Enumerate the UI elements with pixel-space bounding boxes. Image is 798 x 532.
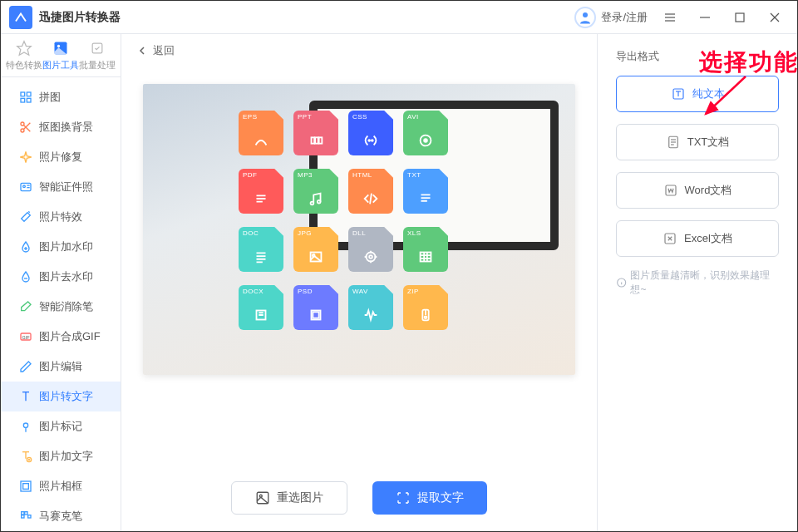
menu-item-gif[interactable]: GIF图片合成GIF xyxy=(1,322,121,352)
svg-rect-41 xyxy=(25,512,27,515)
file-icon-pdf: PDF xyxy=(239,169,283,214)
annotation-label: 选择功能 xyxy=(699,47,798,78)
menu-item-frame[interactable]: 照片相框 xyxy=(1,471,121,501)
extract-text-button[interactable]: 提取文字 xyxy=(372,481,487,515)
menu-item-water-add[interactable]: 图片加水印 xyxy=(1,232,121,262)
svg-point-51 xyxy=(311,202,314,205)
text-icon xyxy=(19,390,32,403)
export-option-2[interactable]: Word文档 xyxy=(616,172,779,209)
svg-rect-40 xyxy=(22,512,24,515)
file-icon-docx: DOCX xyxy=(239,285,283,330)
file-icon-html: HTML xyxy=(348,169,393,214)
menu-item-idcard[interactable]: 智能证件照 xyxy=(1,172,121,202)
menu-item-grid[interactable]: 拼图 xyxy=(1,82,121,112)
svg-rect-46 xyxy=(319,137,323,143)
image-icon xyxy=(255,490,270,505)
menu-item-water-remove[interactable]: 图片去水印 xyxy=(1,262,121,292)
svg-point-17 xyxy=(21,129,24,132)
svg-point-16 xyxy=(21,122,24,126)
sidebar: 特色转换 图片工具 批量处理 拼图抠图换背景照片修复智能证件照照片特效图片加水印… xyxy=(1,34,121,531)
file-icon-wav: WAV xyxy=(348,285,393,330)
doc-icon xyxy=(663,231,677,246)
svg-point-56 xyxy=(369,255,372,259)
menu-item-scissors[interactable]: 抠图换背景 xyxy=(1,112,121,142)
svg-rect-44 xyxy=(312,137,315,143)
scissors-icon xyxy=(19,121,32,134)
file-icon-doc: DOC xyxy=(239,227,283,272)
doc-icon xyxy=(671,86,686,101)
mode-tab-batch[interactable]: 批量处理 xyxy=(79,39,116,71)
svg-point-21 xyxy=(23,185,26,188)
mode-tab-image-tools[interactable]: 图片工具 xyxy=(42,39,79,71)
file-icon-psd: PSD xyxy=(293,285,338,330)
app-logo xyxy=(9,6,32,29)
export-option-3[interactable]: Excel文档 xyxy=(616,220,779,257)
doc-icon xyxy=(666,135,681,150)
svg-text:GIF: GIF xyxy=(22,335,31,340)
menu-item-addtext[interactable]: 图片加文字 xyxy=(1,441,121,471)
addtext-icon xyxy=(19,450,32,463)
menu-item-edit[interactable]: 图片编辑 xyxy=(1,352,121,382)
water-remove-icon xyxy=(19,270,32,283)
svg-point-10 xyxy=(57,45,60,47)
svg-point-32 xyxy=(23,423,27,427)
svg-rect-66 xyxy=(313,312,318,318)
mode-tab-special[interactable]: 特色转换 xyxy=(6,39,42,71)
svg-marker-8 xyxy=(17,42,32,56)
menu-item-eraser[interactable]: 智能消除笔 xyxy=(1,292,121,322)
svg-rect-38 xyxy=(21,481,31,491)
svg-rect-39 xyxy=(23,484,29,490)
app-title: 迅捷图片转换器 xyxy=(39,10,121,25)
login-link[interactable]: 登录/注册 xyxy=(574,7,648,28)
svg-rect-57 xyxy=(421,253,431,262)
svg-point-52 xyxy=(318,200,321,204)
close-icon[interactable] xyxy=(769,12,781,23)
titlebar: 迅捷图片转换器 登录/注册 xyxy=(1,1,797,34)
file-icon-xls: XLS xyxy=(403,227,448,272)
eraser-icon xyxy=(19,300,32,313)
svg-point-0 xyxy=(583,12,588,17)
window-controls xyxy=(664,12,781,23)
magic-icon xyxy=(19,210,32,224)
file-icon-avi: AVI xyxy=(403,111,448,155)
edit-icon xyxy=(19,360,32,373)
svg-rect-13 xyxy=(27,92,31,96)
idcard-icon xyxy=(19,180,32,194)
export-option-1[interactable]: TXT文档 xyxy=(616,124,779,160)
reselect-image-button[interactable]: 重选图片 xyxy=(231,481,347,515)
menu-item-mosaic[interactable]: 马赛克笔 xyxy=(1,501,121,531)
svg-rect-45 xyxy=(315,137,318,143)
menu-item-magic[interactable]: 照片特效 xyxy=(1,202,121,232)
doc-icon xyxy=(663,183,678,198)
preview-image: EPSPPTCSSAVIPDFMP3HTMLTXTDOCJPGDLLXLSDOC… xyxy=(143,84,575,375)
hint-text: 图片质量越清晰，识别效果越理想~ xyxy=(616,268,779,297)
minimize-icon[interactable] xyxy=(699,12,711,23)
maximize-icon[interactable] xyxy=(734,12,746,23)
menu-icon[interactable] xyxy=(664,12,676,23)
file-icon-css: CSS xyxy=(348,111,393,155)
svg-rect-5 xyxy=(736,13,744,22)
file-icon-ppt: PPT xyxy=(293,111,338,155)
file-icon-eps: EPS xyxy=(239,111,283,155)
gif-icon: GIF xyxy=(19,330,32,343)
export-panel: 选择功能 导出格式 纯文本TXT文档Word文档Excel文档 图片质量越清晰，… xyxy=(598,34,797,531)
svg-point-50 xyxy=(424,139,427,142)
content-area: 返回 EPSPPTCSSAVIPDFMP3HTMLTXTDOCJPGDLLXLS… xyxy=(121,34,598,531)
svg-rect-12 xyxy=(21,92,25,96)
water-add-icon xyxy=(19,240,32,254)
svg-rect-15 xyxy=(27,98,31,102)
action-bar: 重选图片 提取文字 xyxy=(121,465,597,531)
file-icon-zip: ZIP xyxy=(403,285,448,330)
file-icon-jpg: JPG xyxy=(293,227,338,272)
menu-list: 拼图抠图换背景照片修复智能证件照照片特效图片加水印图片去水印智能消除笔GIF图片… xyxy=(1,77,121,531)
menu-item-marker[interactable]: 图片标记 xyxy=(1,411,121,441)
menu-item-sparkle[interactable]: 照片修复 xyxy=(1,142,121,172)
menu-item-text[interactable]: 图片转文字 xyxy=(1,382,121,411)
svg-point-68 xyxy=(425,316,427,318)
login-text: 登录/注册 xyxy=(601,10,648,25)
svg-line-24 xyxy=(28,211,29,212)
export-title: 导出格式 xyxy=(616,49,659,64)
back-button[interactable]: 返回 xyxy=(121,34,597,67)
file-icon-txt: TXT xyxy=(403,169,448,214)
export-option-0[interactable]: 纯文本 xyxy=(616,76,779,112)
